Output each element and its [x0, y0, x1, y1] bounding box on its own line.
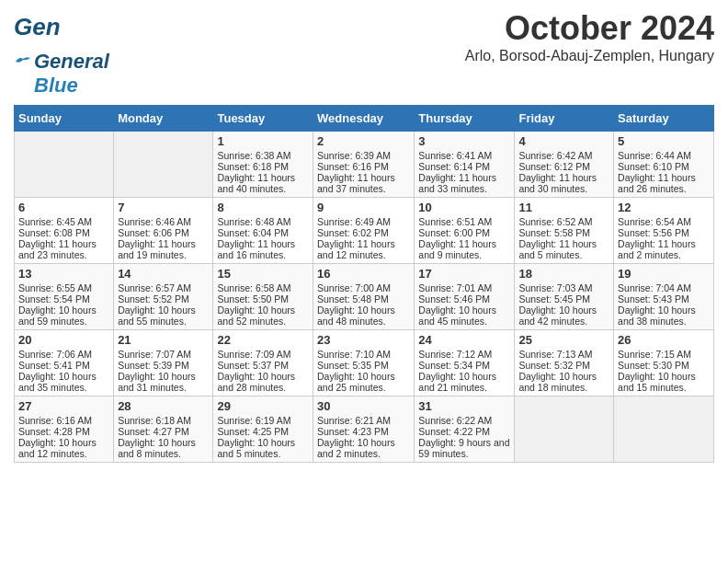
sunset-text: Sunset: 5:30 PM — [618, 360, 710, 371]
calendar-cell: 27Sunrise: 6:16 AMSunset: 4:28 PMDayligh… — [15, 396, 114, 463]
logo-blue-text: Blue — [34, 74, 78, 98]
month-title: October 2024 — [465, 9, 714, 48]
sunrise-text: Sunrise: 6:52 AM — [518, 216, 609, 227]
sunset-text: Sunset: 4:25 PM — [217, 426, 309, 437]
calendar-cell: 4Sunrise: 6:42 AMSunset: 6:12 PMDaylight… — [515, 132, 614, 198]
calendar-cell: 8Sunrise: 6:48 AMSunset: 6:04 PMDaylight… — [213, 198, 313, 264]
day-number: 25 — [518, 333, 609, 347]
sunset-text: Sunset: 6:06 PM — [118, 227, 209, 238]
day-number: 21 — [118, 333, 209, 347]
day-number: 9 — [317, 201, 410, 214]
sunrise-text: Sunrise: 7:03 AM — [518, 282, 609, 293]
daylight-text: Daylight: 10 hours and 59 minutes. — [18, 304, 109, 327]
sunrise-text: Sunrise: 7:09 AM — [217, 349, 309, 360]
sunset-text: Sunset: 6:14 PM — [418, 161, 510, 172]
daylight-text: Daylight: 11 hours and 23 minutes. — [18, 238, 109, 260]
day-number: 28 — [118, 399, 209, 413]
day-number: 14 — [118, 267, 209, 281]
sunset-text: Sunset: 5:41 PM — [18, 360, 109, 371]
calendar-cell: 20Sunrise: 7:06 AMSunset: 5:41 PMDayligh… — [15, 330, 114, 396]
sunset-text: Sunset: 5:50 PM — [217, 293, 309, 304]
calendar-cell — [614, 396, 714, 463]
page-header: General General Blue October 2024 Arlo, … — [14, 9, 714, 98]
day-number: 26 — [618, 333, 710, 347]
daylight-text: Daylight: 10 hours and 55 minutes. — [118, 304, 209, 327]
day-number: 15 — [217, 267, 309, 281]
day-number: 1 — [217, 134, 309, 148]
sunrise-text: Sunrise: 7:06 AM — [18, 349, 109, 360]
location: Arlo, Borsod-Abauj-Zemplen, Hungary — [465, 48, 714, 64]
day-number: 24 — [418, 333, 510, 347]
sunrise-text: Sunrise: 6:46 AM — [118, 216, 209, 227]
day-number: 31 — [418, 399, 510, 413]
sunrise-text: Sunrise: 7:15 AM — [618, 349, 710, 360]
calendar-cell: 25Sunrise: 7:13 AMSunset: 5:32 PMDayligh… — [515, 330, 614, 396]
calendar-cell — [15, 132, 114, 198]
calendar-cell: 23Sunrise: 7:10 AMSunset: 5:35 PMDayligh… — [313, 330, 415, 396]
calendar-cell: 16Sunrise: 7:00 AMSunset: 5:48 PMDayligh… — [313, 264, 415, 330]
calendar-cell: 14Sunrise: 6:57 AMSunset: 5:52 PMDayligh… — [114, 264, 213, 330]
sunset-text: Sunset: 4:27 PM — [118, 426, 209, 437]
day-number: 4 — [518, 134, 609, 148]
sunrise-text: Sunrise: 6:21 AM — [317, 415, 410, 426]
calendar-cell: 1Sunrise: 6:38 AMSunset: 6:18 PMDaylight… — [213, 132, 313, 198]
calendar-cell: 12Sunrise: 6:54 AMSunset: 5:56 PMDayligh… — [614, 198, 714, 264]
day-number: 19 — [618, 267, 710, 281]
sunset-text: Sunset: 5:48 PM — [317, 293, 410, 304]
sunset-text: Sunset: 6:04 PM — [217, 227, 309, 238]
day-number: 23 — [317, 333, 410, 347]
weekday-header: Saturday — [614, 106, 714, 132]
sunset-text: Sunset: 6:12 PM — [518, 161, 609, 172]
sunset-text: Sunset: 5:54 PM — [18, 293, 109, 304]
weekday-header: Thursday — [415, 106, 515, 132]
sunrise-text: Sunrise: 6:54 AM — [618, 216, 710, 227]
sunrise-text: Sunrise: 6:39 AM — [317, 150, 410, 161]
daylight-text: Daylight: 9 hours and 59 minutes. — [418, 437, 510, 459]
day-number: 12 — [618, 201, 710, 214]
daylight-text: Daylight: 10 hours and 2 minutes. — [317, 437, 410, 459]
daylight-text: Daylight: 11 hours and 5 minutes. — [518, 238, 609, 260]
logo: General General Blue — [14, 9, 109, 98]
sunrise-text: Sunrise: 7:04 AM — [618, 282, 710, 293]
day-number: 11 — [518, 201, 609, 214]
sunrise-text: Sunrise: 7:13 AM — [518, 349, 609, 360]
sunset-text: Sunset: 5:52 PM — [118, 293, 209, 304]
daylight-text: Daylight: 10 hours and 18 minutes. — [518, 371, 609, 393]
daylight-text: Daylight: 11 hours and 37 minutes. — [317, 172, 410, 194]
calendar-cell: 24Sunrise: 7:12 AMSunset: 5:34 PMDayligh… — [415, 330, 515, 396]
day-number: 6 — [18, 201, 109, 214]
calendar-cell: 28Sunrise: 6:18 AMSunset: 4:27 PMDayligh… — [114, 396, 213, 463]
daylight-text: Daylight: 10 hours and 25 minutes. — [317, 371, 410, 393]
daylight-text: Daylight: 11 hours and 9 minutes. — [418, 238, 510, 260]
sunset-text: Sunset: 4:23 PM — [317, 426, 410, 437]
calendar-cell: 11Sunrise: 6:52 AMSunset: 5:58 PMDayligh… — [515, 198, 614, 264]
sunset-text: Sunset: 6:16 PM — [317, 161, 410, 172]
calendar-week-row: 6Sunrise: 6:45 AMSunset: 6:08 PMDaylight… — [15, 198, 714, 264]
weekday-header: Friday — [515, 106, 614, 132]
day-number: 2 — [317, 134, 410, 148]
sunrise-text: Sunrise: 6:58 AM — [217, 282, 309, 293]
calendar-cell: 17Sunrise: 7:01 AMSunset: 5:46 PMDayligh… — [415, 264, 515, 330]
calendar-cell: 18Sunrise: 7:03 AMSunset: 5:45 PMDayligh… — [515, 264, 614, 330]
day-number: 8 — [217, 201, 309, 214]
weekday-header: Tuesday — [213, 106, 313, 132]
sunset-text: Sunset: 5:45 PM — [518, 293, 609, 304]
weekday-header: Wednesday — [313, 106, 415, 132]
sunset-text: Sunset: 5:34 PM — [418, 360, 510, 371]
day-number: 16 — [317, 267, 410, 281]
calendar-cell — [515, 396, 614, 463]
sunset-text: Sunset: 6:18 PM — [217, 161, 309, 172]
daylight-text: Daylight: 10 hours and 42 minutes. — [518, 304, 609, 327]
calendar-cell: 6Sunrise: 6:45 AMSunset: 6:08 PMDaylight… — [15, 198, 114, 264]
daylight-text: Daylight: 11 hours and 12 minutes. — [317, 238, 410, 260]
day-number: 29 — [217, 399, 309, 413]
day-number: 5 — [618, 134, 710, 148]
sunrise-text: Sunrise: 7:01 AM — [418, 282, 510, 293]
day-number: 10 — [418, 201, 510, 214]
day-number: 27 — [18, 399, 109, 413]
daylight-text: Daylight: 10 hours and 38 minutes. — [618, 304, 710, 327]
calendar-cell: 2Sunrise: 6:39 AMSunset: 6:16 PMDaylight… — [313, 132, 415, 198]
daylight-text: Daylight: 11 hours and 33 minutes. — [418, 172, 510, 194]
calendar-cell: 29Sunrise: 6:19 AMSunset: 4:25 PMDayligh… — [213, 396, 313, 463]
daylight-text: Daylight: 10 hours and 31 minutes. — [118, 371, 209, 393]
